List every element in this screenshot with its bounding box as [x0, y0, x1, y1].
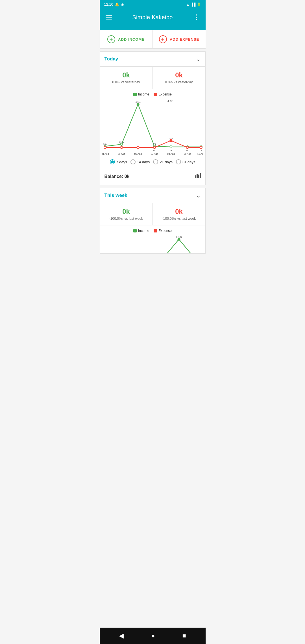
- status-time: 12:10: [104, 2, 114, 6]
- svg-point-4: [196, 17, 197, 18]
- radio-21-outer: [153, 159, 158, 164]
- svg-text:38k: 38k: [152, 143, 156, 145]
- svg-text:293k: 293k: [119, 141, 124, 143]
- today-title: Today: [104, 56, 118, 62]
- svg-rect-0: [106, 15, 112, 16]
- day-31-label: 31 days: [182, 160, 195, 164]
- svg-rect-40: [200, 173, 201, 178]
- today-header[interactable]: Today ⌄: [100, 52, 205, 66]
- bar-chart-icon: [195, 173, 201, 180]
- svg-rect-38: [197, 174, 198, 178]
- svg-text:05 Aug: 05 Aug: [118, 153, 125, 155]
- svg-text:0k: 0k: [170, 149, 172, 152]
- balance-row: Balance: 0k: [100, 168, 205, 185]
- svg-text:08 Aug: 08 Aug: [167, 153, 175, 155]
- svg-text:700k: 700k: [168, 137, 173, 140]
- week-expense-legend-dot: [154, 229, 157, 232]
- svg-point-5: [196, 19, 197, 20]
- battery-icon: 🔋: [197, 3, 201, 6]
- income-legend-dot: [133, 93, 137, 96]
- this-week-section: This week ⌄ 0k -100.0%↓ vs last week 0k …: [100, 188, 206, 254]
- location-icon: ◉: [121, 3, 124, 6]
- menu-icon[interactable]: [104, 13, 113, 22]
- svg-point-14: [104, 146, 106, 149]
- svg-point-42: [177, 238, 180, 241]
- this-week-expense-cell: 0k -100.0%↓ vs last week: [153, 203, 205, 225]
- radio-14-outer: [130, 159, 136, 164]
- day-option-7[interactable]: 7 days: [110, 159, 127, 164]
- svg-text:0k: 0k: [200, 149, 202, 152]
- svg-text:09 Aug: 09 Aug: [184, 153, 191, 155]
- this-week-title: This week: [104, 193, 127, 198]
- status-bar: 12:10 🔔 ◉ ▲ ▐▐ 🔋: [100, 0, 206, 9]
- svg-rect-39: [198, 175, 199, 178]
- svg-point-16: [137, 146, 139, 149]
- this-week-income-sub: -100.0%↓ vs last week: [102, 217, 150, 221]
- today-income-cell: 0k 0.0% vs yesterday: [100, 67, 153, 89]
- this-week-chart-legend: Income Expense: [102, 229, 203, 233]
- expense-legend: Expense: [154, 92, 172, 96]
- day-option-14[interactable]: 14 days: [130, 159, 150, 164]
- alarm-icon: 🔔: [115, 3, 119, 6]
- today-income-value: 0k: [102, 71, 150, 79]
- svg-text:07 Aug: 07 Aug: [151, 153, 158, 155]
- svg-point-8: [120, 143, 123, 145]
- day-21-label: 21 days: [160, 160, 173, 164]
- svg-point-15: [120, 146, 123, 149]
- today-expense-sub: 0.0% vs yesterday: [155, 80, 203, 84]
- svg-text:04 Aug: 04 Aug: [102, 153, 109, 155]
- week-income-legend-dot: [133, 229, 137, 232]
- this-week-chart-area: Income Expense 6.1m: [100, 225, 205, 253]
- today-chart-area: Income Expense 4.9m: [100, 89, 205, 168]
- week-expense-legend: Expense: [154, 229, 172, 233]
- radio-7-outer: [110, 159, 115, 164]
- wifi-icon: ▲: [186, 3, 190, 6]
- this-week-income-value: 0k: [102, 208, 150, 216]
- this-week-chevron-icon: ⌄: [196, 192, 201, 199]
- this-week-header[interactable]: This week ⌄: [100, 188, 205, 203]
- income-legend: Income: [133, 92, 149, 96]
- this-week-expense-sub: -100.0%↓ vs last week: [155, 217, 203, 221]
- add-income-label: ADD INCOME: [118, 37, 145, 42]
- add-expense-icon: +: [159, 35, 167, 43]
- this-week-chart-svg: 6.1m: [102, 235, 203, 253]
- expense-legend-label: Expense: [158, 92, 172, 96]
- week-income-legend-label: Income: [138, 229, 149, 233]
- this-week-stats: 0k -100.0%↓ vs last week 0k -100.0%↓ vs …: [100, 203, 205, 225]
- svg-text:0k: 0k: [153, 149, 156, 152]
- svg-point-3: [196, 14, 197, 16]
- svg-rect-37: [195, 175, 196, 178]
- action-buttons: + ADD INCOME + ADD EXPENSE: [100, 30, 206, 49]
- today-section: Today ⌄ 0k 0.0% vs yesterday 0k 0.0% vs …: [100, 51, 206, 185]
- today-chart-legend: Income Expense: [102, 92, 203, 96]
- app-bar: Simple Kakeibo: [100, 9, 206, 26]
- svg-point-17: [153, 146, 156, 149]
- day-option-21[interactable]: 21 days: [153, 159, 173, 164]
- today-income-sub: 0.0% vs yesterday: [102, 80, 150, 84]
- svg-rect-1: [106, 17, 112, 18]
- day-filter: 7 days 14 days 21 days 31 days: [102, 156, 203, 166]
- this-week-expense-value: 0k: [155, 208, 203, 216]
- svg-text:10 Aug: 10 Aug: [197, 153, 203, 155]
- svg-text:06 Aug: 06 Aug: [134, 153, 142, 155]
- today-expense-cell: 0k 0.0% vs yesterday: [153, 67, 205, 89]
- svg-text:39k: 39k: [103, 143, 107, 145]
- svg-point-20: [200, 146, 202, 149]
- add-income-button[interactable]: + ADD INCOME: [100, 30, 153, 48]
- svg-text:4.9m: 4.9m: [167, 100, 173, 103]
- radio-7-inner: [111, 160, 114, 163]
- day-option-31[interactable]: 31 days: [176, 159, 195, 164]
- today-chevron-icon: ⌄: [196, 56, 201, 62]
- day-7-label: 7 days: [116, 160, 127, 164]
- svg-text:4.9m: 4.9m: [135, 101, 140, 103]
- this-week-income-cell: 0k -100.0%↓ vs last week: [100, 203, 153, 225]
- week-expense-legend-label: Expense: [158, 229, 172, 233]
- day-14-label: 14 days: [137, 160, 150, 164]
- more-icon[interactable]: [192, 13, 201, 22]
- expense-legend-dot: [154, 93, 157, 96]
- signal-icon: ▐▐: [191, 3, 195, 6]
- income-legend-label: Income: [138, 92, 149, 96]
- today-expense-value: 0k: [155, 71, 203, 79]
- svg-point-19: [186, 146, 188, 149]
- add-expense-button[interactable]: + ADD EXPENSE: [153, 30, 206, 48]
